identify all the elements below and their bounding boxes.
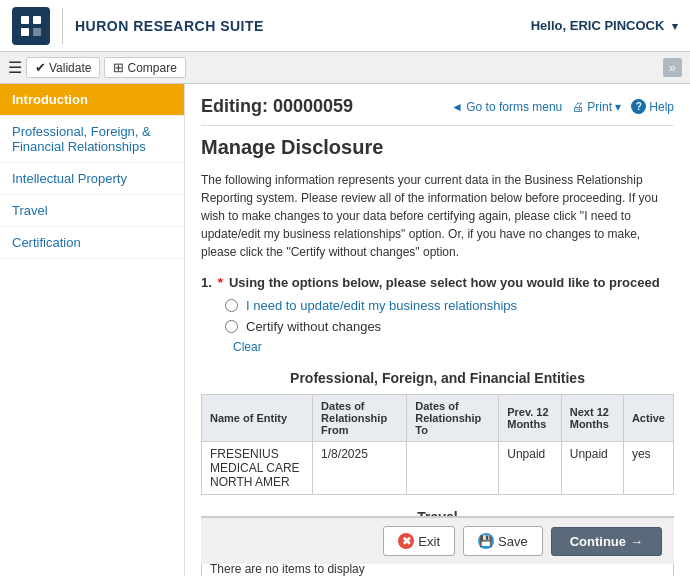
header-divider [62,8,63,44]
main-content: Editing: 00000059 ◄ Go to forms menu 🖨 P… [185,84,690,576]
entities-table: Name of Entity Dates of Relationship Fro… [201,394,674,495]
print-label: Print ▾ [587,100,621,114]
page-title: Manage Disclosure [201,136,674,159]
entity-date-from: 1/8/2025 [313,442,407,495]
sidebar-item-certification[interactable]: Certification [0,227,184,259]
exit-label: Exit [418,534,440,549]
username: ERIC PINCOCK [570,18,665,33]
logo [12,7,50,45]
go-to-forms-label: ◄ Go to forms menu [451,100,562,114]
radio-update[interactable] [225,299,238,312]
radio-option-certify[interactable]: Certify without changes [225,319,674,334]
entity-date-to [407,442,499,495]
svg-rect-1 [33,16,41,24]
help-button[interactable]: ? Help [631,99,674,114]
validate-label: Validate [49,61,91,75]
editing-title: Editing: 00000059 [201,96,353,117]
sidebar: Introduction Professional, Foreign, & Fi… [0,84,185,576]
editing-actions: ◄ Go to forms menu 🖨 Print ▾ ? Help [451,99,674,114]
entity-next-12: Unpaid [561,442,623,495]
editing-bar: Editing: 00000059 ◄ Go to forms menu 🖨 P… [201,96,674,126]
go-to-forms-button[interactable]: ◄ Go to forms menu [451,100,562,114]
svg-rect-2 [21,28,29,36]
validate-icon: ✔ [35,60,46,75]
table-row: FRESENIUS MEDICAL CARE NORTH AMER 1/8/20… [202,442,674,495]
radio-certify[interactable] [225,320,238,333]
entity-name: FRESENIUS MEDICAL CARE NORTH AMER [202,442,313,495]
save-button[interactable]: 💾 Save [463,526,543,556]
col-next-12: Next 12 Months [561,395,623,442]
compare-label: Compare [127,61,176,75]
col-active: Active [623,395,673,442]
help-icon: ? [631,99,646,114]
svg-rect-3 [33,28,41,36]
continue-label: Continue [570,534,626,549]
footer-bar: ✖ Exit 💾 Save Continue → [201,516,674,564]
col-date-from: Dates of Relationship From [313,395,407,442]
print-icon: 🖨 [572,100,584,114]
radio-update-label: I need to update/edit my business relati… [246,298,517,313]
question-label: 1. * Using the options below, please sel… [201,275,674,290]
col-prev-12: Prev. 12 Months [499,395,562,442]
radio-option-update[interactable]: I need to update/edit my business relati… [225,298,674,313]
entity-prev-12: Unpaid [499,442,562,495]
print-button[interactable]: 🖨 Print ▾ [572,100,621,114]
info-text: The following information represents you… [201,171,674,261]
question-1: 1. * Using the options below, please sel… [201,275,674,354]
compare-button[interactable]: ⊞ Compare [104,57,185,78]
menu-icon[interactable]: ☰ [8,58,22,77]
svg-rect-0 [21,16,29,24]
question-text: Using the options below, please select h… [229,275,660,290]
col-entity-name: Name of Entity [202,395,313,442]
save-label: Save [498,534,528,549]
radio-certify-label: Certify without changes [246,319,381,334]
sidebar-item-travel[interactable]: Travel [0,195,184,227]
app-title: HURON RESEARCH SUITE [75,18,531,34]
header: HURON RESEARCH SUITE Hello, ERIC PINCOCK… [0,0,690,52]
layout: Introduction Professional, Foreign, & Fi… [0,84,690,576]
save-icon: 💾 [478,533,494,549]
continue-button[interactable]: Continue → [551,527,662,556]
col-date-to: Dates of Relationship To [407,395,499,442]
toolbar: ☰ ✔ Validate ⊞ Compare » [0,52,690,84]
sidebar-item-intellectual[interactable]: Intellectual Property [0,163,184,195]
collapse-icon: » [669,60,676,75]
continue-arrow-icon: → [630,534,643,549]
help-label: Help [649,100,674,114]
validate-button[interactable]: ✔ Validate [26,57,100,78]
user-greeting: Hello, ERIC PINCOCK ▾ [531,18,678,33]
entities-section-heading: Professional, Foreign, and Financial Ent… [201,370,674,386]
compare-icon: ⊞ [113,60,124,75]
sidebar-item-introduction[interactable]: Introduction [0,84,184,116]
entity-active: yes [623,442,673,495]
required-star: * [218,275,223,290]
exit-button[interactable]: ✖ Exit [383,526,455,556]
clear-link[interactable]: Clear [233,340,674,354]
user-dropdown-icon[interactable]: ▾ [672,20,678,32]
sidebar-item-professional[interactable]: Professional, Foreign, & Financial Relat… [0,116,184,163]
question-number: 1. [201,275,212,290]
collapse-button[interactable]: » [663,58,682,77]
exit-icon: ✖ [398,533,414,549]
greeting-text: Hello, [531,18,566,33]
